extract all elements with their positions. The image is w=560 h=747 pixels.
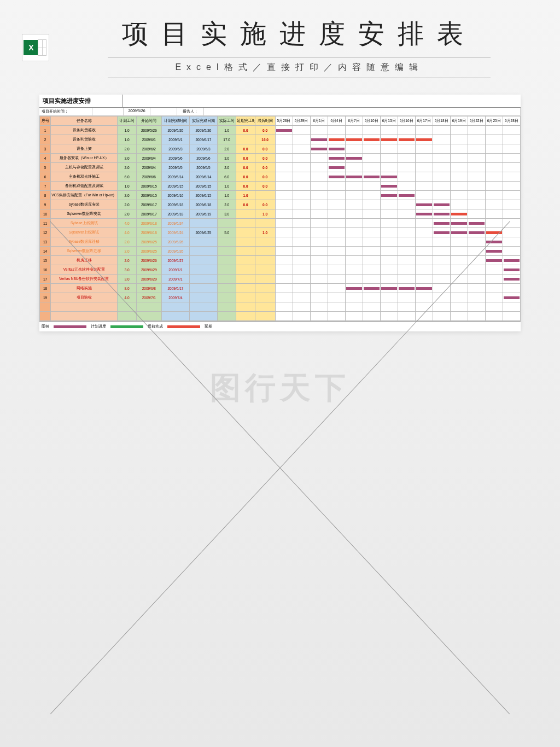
gantt-cell: [398, 172, 415, 182]
gantt-cell: [415, 256, 433, 265]
gantt-cell: [433, 228, 450, 237]
table-row: 18网络实施8.02009/6/82009/6/17: [40, 284, 521, 293]
cell-task: Veritas冗余软件安装配置: [51, 265, 118, 275]
gantt-bar-delay: [329, 138, 345, 141]
gantt-cell: [485, 237, 503, 247]
cell-actual-end: [189, 219, 217, 228]
gantt-cell: [275, 182, 293, 191]
col-plan-hours: 计划工时: [118, 116, 136, 126]
cell-seq: 9: [40, 200, 51, 209]
gantt-cell: [345, 228, 363, 237]
gantt-cell: [328, 293, 345, 302]
cell-seq: 5: [40, 163, 51, 172]
gantt-cell: [345, 135, 363, 144]
gantt-cell: [310, 256, 328, 265]
gantt-cell: [293, 172, 310, 182]
gantt-cell: [468, 275, 485, 284]
cell-plan-end: 2009/6/15: [161, 182, 189, 191]
cell-actual-hr: 1.0: [217, 191, 236, 200]
cell-actual-hr: [217, 284, 236, 293]
gantt-cell: [328, 191, 345, 200]
gantt-bar-plan: [364, 176, 380, 178]
gantt-cell: [468, 172, 485, 182]
gantt-cell: [363, 265, 380, 275]
gantt-cell: [328, 219, 345, 228]
gantt-bar-plan: [399, 287, 415, 290]
cell-delay-time: [255, 265, 275, 275]
table-row: 2设备到货验收1.02009/6/12009/6/12009/6/1717.01…: [40, 135, 521, 144]
gantt-cell: [380, 237, 398, 247]
gantt-cell: [363, 144, 380, 154]
gantt-bar-plan: [434, 222, 450, 225]
gantt-cell: [503, 247, 520, 256]
cell-actual-end: [189, 275, 217, 284]
gantt-cell: [450, 256, 468, 265]
gantt-cell: [415, 154, 433, 163]
gantt-cell: [398, 256, 415, 265]
cell-actual-hr: 3.0: [217, 209, 236, 219]
col-date: 5月29日: [293, 116, 310, 126]
gantt-cell: [380, 163, 398, 172]
gantt-cell: [310, 154, 328, 163]
gantt-cell: [398, 209, 415, 219]
gantt-cell: [398, 126, 415, 135]
cell-plan-hr: 1.0: [118, 126, 136, 135]
gantt-cell: [310, 163, 328, 172]
table-row: 19项目验收4.02009/7/12009/7/4: [40, 293, 521, 302]
cell-plan-end: 2009/6/5: [161, 163, 189, 172]
gantt-bar-plan: [504, 259, 520, 262]
gantt-cell: [398, 182, 415, 191]
cell-actual-end: [189, 284, 217, 293]
table-row: 4服务器安装（Win or HP-UX）3.02009/6/42009/6/62…: [40, 154, 521, 163]
gantt-cell: [503, 135, 520, 144]
gantt-cell: [380, 154, 398, 163]
cell-plan-hr: 2.0: [118, 256, 136, 265]
gantt-cell: [310, 219, 328, 228]
gantt-cell: [450, 135, 468, 144]
gantt-cell: [398, 275, 415, 284]
gantt-cell: [275, 293, 293, 302]
cell-delay-time: 0.0: [255, 200, 275, 209]
gantt-cell: [450, 163, 468, 172]
gantt-cell: [398, 265, 415, 275]
cell-task: Sqlserver数据库安装: [51, 209, 118, 219]
cell-seq: 14: [40, 247, 51, 256]
gantt-cell: [363, 256, 380, 265]
legend-delay: 延期: [205, 324, 212, 329]
gantt-cell: [328, 200, 345, 209]
cell-delay-time: 0.0: [255, 144, 275, 154]
cell-task: 主备机双光纤施工: [51, 172, 118, 182]
cell-delay-hr: [236, 219, 255, 228]
cell-delay-time: 0.0: [255, 182, 275, 191]
gantt-cell: [450, 126, 468, 135]
gantt-cell: [345, 200, 363, 209]
gantt-bar-plan: [434, 231, 450, 234]
gantt-cell: [310, 144, 328, 154]
table-row: 6主备机双光纤施工6.02009/6/62009/6/142009/6/146.…: [40, 172, 521, 182]
gantt-cell: [485, 163, 503, 172]
gantt-cell: [450, 247, 468, 256]
col-actual-hours: 实际工时: [217, 116, 236, 126]
gantt-cell: [415, 265, 433, 275]
gantt-cell: [310, 172, 328, 182]
cell-delay-time: 0.0: [255, 154, 275, 163]
gantt-cell: [293, 144, 310, 154]
gantt-bar-plan: [434, 213, 450, 215]
gantt-bar-plan: [469, 231, 485, 234]
gantt-cell: [275, 154, 293, 163]
cell-actual-hr: 2.0: [217, 163, 236, 172]
gantt-cell: [275, 219, 293, 228]
cell-start: 2009/6/8: [136, 284, 161, 293]
cell-plan-end: 2009/7/4: [161, 293, 189, 302]
gantt-cell: [503, 293, 520, 302]
gantt-bar-plan: [346, 287, 362, 290]
gantt-cell: [485, 182, 503, 191]
gantt-cell: [380, 247, 398, 256]
gantt-cell: [398, 237, 415, 247]
table-row: 13Sybase数据库迁移2.02009/6/252009/6/26: [40, 237, 521, 247]
col-date: 6月18日: [433, 116, 450, 126]
gantt-cell: [503, 172, 520, 182]
gantt-cell: [468, 228, 485, 237]
gantt-cell: [450, 219, 468, 228]
gantt-cell: [433, 126, 450, 135]
